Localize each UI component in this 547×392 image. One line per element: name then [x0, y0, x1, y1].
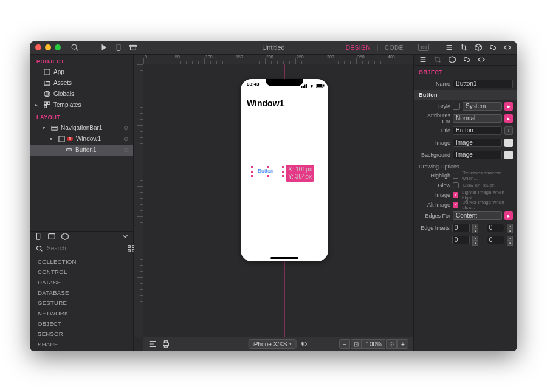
project-item-assets[interactable]: Assets — [30, 78, 133, 89]
glow-checkbox[interactable] — [453, 182, 459, 188]
zoom-fit-button[interactable]: ⊡ — [351, 339, 362, 349]
options-icon[interactable]: ⊕ — [123, 136, 128, 142]
inset-bottom-input[interactable]: 0 — [452, 236, 470, 244]
attributes-stepper-icon[interactable]: ▸ — [504, 114, 513, 123]
resize-handle-e[interactable] — [281, 170, 284, 173]
layout-item-window[interactable]: ▾1Window1⊕ — [30, 134, 133, 145]
inset-top-input[interactable]: 0 — [452, 224, 470, 232]
lib-group-database[interactable]: DATABASE — [30, 287, 133, 298]
options-icon[interactable]: ⊙ — [123, 146, 128, 153]
close-window-button[interactable] — [35, 44, 41, 50]
style-swatch[interactable] — [453, 103, 460, 110]
lib-group-network[interactable]: NETWORK — [30, 308, 133, 318]
svg-line-1 — [77, 49, 78, 51]
inset-bottom-stepper[interactable]: ▴▾ — [472, 236, 478, 244]
code-icon[interactable] — [503, 43, 512, 52]
lib-group-dataset[interactable]: DATASET — [30, 277, 133, 287]
zoom-window-button[interactable] — [55, 44, 61, 50]
inset-left-input[interactable]: 0 — [487, 224, 504, 232]
lib-group-collection[interactable]: COLLECTION — [30, 256, 133, 267]
link-icon[interactable] — [489, 43, 497, 52]
options-icon[interactable]: ⊕ — [123, 125, 128, 131]
window-tab-icon[interactable] — [47, 232, 56, 241]
project-item-globals[interactable]: Globals — [30, 89, 133, 100]
resize-handle-nw[interactable] — [250, 165, 253, 168]
zoom-value[interactable]: 100% — [362, 339, 385, 349]
highlight-checkbox[interactable] — [453, 173, 458, 179]
cube-icon[interactable] — [474, 43, 483, 52]
device-selector[interactable]: iPhone X/XS ▾ — [249, 339, 297, 349]
tab-design[interactable]: DESIGN — [346, 44, 371, 51]
list-icon[interactable] — [445, 43, 453, 52]
crop-icon[interactable] — [459, 43, 468, 52]
lib-group-shape[interactable]: SHAPE — [30, 339, 133, 349]
minimize-window-button[interactable] — [45, 44, 51, 50]
style-stepper-icon[interactable]: ▸ — [504, 102, 513, 111]
lib-group-gesture[interactable]: GESTURE — [30, 298, 133, 308]
project-item-templates[interactable]: ▸Templates — [30, 100, 133, 111]
aspect-ratio-icon[interactable]: 100 — [418, 44, 429, 51]
cube-tab-icon[interactable] — [61, 232, 69, 241]
zoom-out-button[interactable]: − — [339, 339, 350, 349]
style-popup[interactable]: System — [463, 102, 502, 111]
print-icon[interactable] — [162, 340, 170, 348]
edges-stepper-icon[interactable]: ▸ — [504, 211, 513, 220]
selected-button-label[interactable]: Button — [258, 168, 274, 174]
ruler-vertical[interactable] — [134, 64, 143, 337]
lib-group-sensor[interactable]: SENSOR — [30, 329, 133, 339]
image-checkbox[interactable] — [453, 192, 458, 198]
name-input[interactable]: Button1 — [453, 80, 513, 88]
resize-handle-sw[interactable] — [250, 174, 253, 177]
resize-handle-w[interactable] — [250, 170, 253, 173]
cube-icon[interactable] — [448, 55, 456, 64]
library-search-input[interactable] — [47, 245, 124, 252]
lib-group-object[interactable]: OBJECT — [30, 318, 133, 329]
archive-icon[interactable] — [129, 43, 137, 52]
device-notch — [266, 79, 303, 86]
link-icon[interactable] — [463, 55, 471, 64]
background-input[interactable]: Image — [453, 151, 502, 159]
title-input[interactable]: Button — [453, 126, 502, 135]
zoom-reset-button[interactable]: ⊙ — [386, 339, 397, 349]
zoom-in-button[interactable]: + — [397, 339, 408, 349]
inset-right-stepper[interactable]: ▴▾ — [507, 236, 513, 244]
device-tab-icon[interactable] — [34, 232, 43, 241]
align-icon[interactable] — [148, 340, 157, 348]
altimage-checkbox[interactable] — [453, 202, 458, 208]
inset-left-stepper[interactable]: ▴▾ — [507, 224, 513, 232]
layout-item-navbar[interactable]: ▾NavigationBar1⊕ — [30, 123, 133, 134]
svg-rect-22 — [58, 136, 64, 142]
attributes-popup[interactable]: Normal — [453, 114, 502, 123]
resize-handle-ne[interactable] — [281, 165, 284, 168]
tab-code[interactable]: CODE — [385, 44, 404, 51]
device-icon[interactable] — [114, 43, 123, 52]
lib-group-control[interactable]: CONTROL — [30, 267, 133, 277]
search-icon[interactable] — [71, 43, 79, 52]
status-icons — [301, 82, 322, 86]
code-icon[interactable] — [477, 55, 486, 64]
ruler-horizontal[interactable]: 050100150200250300350400450 — [143, 55, 413, 64]
crop-icon[interactable] — [433, 55, 442, 64]
layout-item-button[interactable]: Button1⊙ — [30, 145, 133, 156]
button-icon — [65, 146, 72, 154]
font-button-icon[interactable]: T — [504, 126, 513, 135]
chevron-down-icon[interactable] — [121, 232, 129, 241]
inset-right-input[interactable]: 0 — [487, 236, 504, 244]
resize-handle-se[interactable] — [281, 174, 284, 177]
edges-popup[interactable]: Content — [453, 211, 502, 220]
svg-line-28 — [41, 249, 43, 251]
highlight-desc: Reverses shadow when... — [462, 170, 513, 181]
background-well[interactable] — [504, 151, 513, 159]
rotate-icon[interactable] — [300, 340, 308, 348]
image-input[interactable]: Image — [453, 139, 502, 147]
image-well[interactable] — [504, 139, 513, 147]
opt-row-highlight: Highligh Reverses shadow when... — [414, 171, 517, 181]
resize-handle-s[interactable] — [266, 174, 269, 177]
title-label: Title — [418, 128, 450, 134]
svg-marker-26 — [62, 233, 69, 240]
project-item-app[interactable]: App — [30, 67, 133, 78]
canvas[interactable]: 08:43 Window1 — [143, 64, 413, 337]
play-icon[interactable] — [100, 43, 108, 52]
inset-top-stepper[interactable]: ▴▾ — [472, 224, 478, 232]
list-icon[interactable] — [419, 55, 427, 64]
